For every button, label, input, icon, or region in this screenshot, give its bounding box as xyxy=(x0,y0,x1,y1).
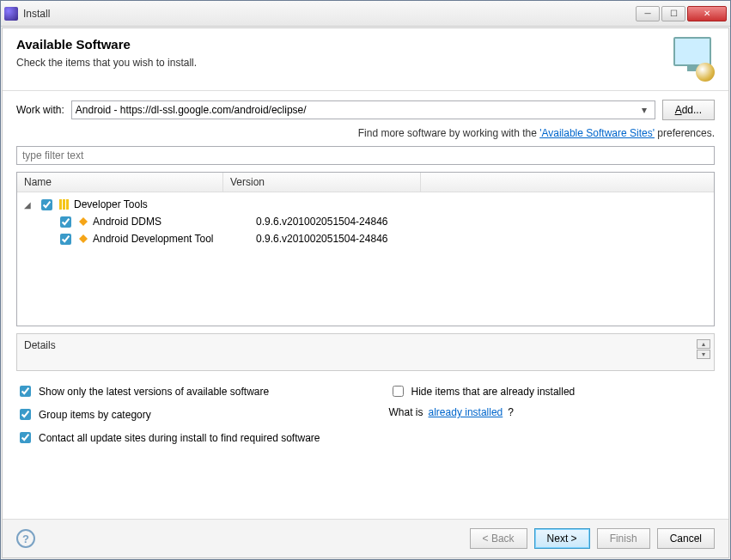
app-icon xyxy=(4,7,18,21)
svg-rect-2 xyxy=(66,199,69,210)
column-version[interactable]: Version xyxy=(223,173,421,192)
add-button[interactable]: Add... xyxy=(662,100,715,120)
tree-root-node[interactable]: ◢ Developer Tools xyxy=(17,196,714,213)
tree-header: Name Version xyxy=(17,173,714,192)
titlebar[interactable]: Install ─ ☐ ✕ xyxy=(1,1,730,27)
what-is-installed: What is already installed ? xyxy=(389,406,576,418)
software-tree: Name Version ◢ Developer Tools xyxy=(16,172,715,326)
options-area: Show only the latest versions of availab… xyxy=(16,383,715,446)
tree-child-node[interactable]: Android DDMS 0.9.6.v201002051504-24846 xyxy=(17,213,714,230)
finish-button[interactable]: Finish xyxy=(597,528,650,549)
item-label: Android DDMS xyxy=(93,216,161,228)
expand-toggle-icon[interactable]: ◢ xyxy=(24,200,34,210)
already-installed-link[interactable]: already installed xyxy=(429,406,503,418)
details-scroll[interactable]: ▴▾ xyxy=(697,339,710,359)
dialog-content: Available Software Check the items that … xyxy=(2,27,729,558)
help-icon[interactable]: ? xyxy=(16,529,35,548)
item-checkbox[interactable] xyxy=(60,234,71,245)
item-checkbox[interactable] xyxy=(60,216,71,228)
back-button[interactable]: < Back xyxy=(470,528,527,549)
plugin-icon xyxy=(77,233,89,245)
work-with-value: Android - https://dl-ssl.google.com/andr… xyxy=(76,104,637,116)
show-latest-checkbox[interactable] xyxy=(20,386,31,397)
tree-child-node[interactable]: Android Development Tool 0.9.6.v20100205… xyxy=(17,230,714,247)
category-icon xyxy=(58,198,70,210)
work-with-row: Work with: Android - https://dl-ssl.goog… xyxy=(16,100,715,120)
page-title: Available Software xyxy=(16,37,663,52)
column-name[interactable]: Name xyxy=(17,173,223,192)
svg-rect-1 xyxy=(63,199,65,210)
details-label: Details xyxy=(24,339,56,351)
cancel-button[interactable]: Cancel xyxy=(657,528,715,549)
root-checkbox[interactable] xyxy=(41,199,52,210)
work-with-combo[interactable]: Android - https://dl-ssl.google.com/andr… xyxy=(71,100,655,119)
plugin-icon xyxy=(77,216,89,228)
filter-input[interactable] xyxy=(16,146,715,165)
header-banner: Available Software Check the items that … xyxy=(3,28,728,91)
next-button[interactable]: Next > xyxy=(534,528,590,549)
install-icon xyxy=(663,37,715,82)
details-panel: Details ▴▾ xyxy=(16,333,715,371)
tree-body[interactable]: ◢ Developer Tools Android DDMS xyxy=(17,192,714,326)
page-subtitle: Check the items that you wish to install… xyxy=(16,57,663,69)
group-category-checkbox[interactable] xyxy=(20,409,31,420)
item-label: Android Development Tool xyxy=(93,233,214,245)
available-sites-link[interactable]: 'Available Software Sites' xyxy=(539,127,655,139)
work-with-label: Work with: xyxy=(16,104,64,116)
install-dialog: Install ─ ☐ ✕ Available Software Check t… xyxy=(0,0,731,560)
hide-installed-checkbox[interactable] xyxy=(393,386,404,397)
opt-show-latest[interactable]: Show only the latest versions of availab… xyxy=(16,383,320,399)
column-spacer xyxy=(421,173,714,192)
minimize-button[interactable]: ─ xyxy=(636,6,660,21)
opt-contact-sites[interactable]: Contact all update sites during install … xyxy=(16,429,320,446)
root-label: Developer Tools xyxy=(74,198,148,210)
item-version: 0.9.6.v201002051504-24846 xyxy=(249,233,714,245)
window-title: Install xyxy=(23,8,636,20)
button-bar: ? < Back Next > Finish Cancel xyxy=(3,519,728,557)
close-button[interactable]: ✕ xyxy=(687,6,727,21)
contact-sites-checkbox[interactable] xyxy=(20,432,31,443)
chevron-down-icon: ▾ xyxy=(637,104,651,116)
maximize-button[interactable]: ☐ xyxy=(661,6,685,21)
svg-rect-0 xyxy=(59,199,62,210)
opt-hide-installed[interactable]: Hide items that are already installed xyxy=(389,383,576,399)
sites-hint: Find more software by working with the '… xyxy=(16,127,715,139)
opt-group-category[interactable]: Group items by category xyxy=(16,406,320,423)
item-version: 0.9.6.v201002051504-24846 xyxy=(249,216,714,228)
